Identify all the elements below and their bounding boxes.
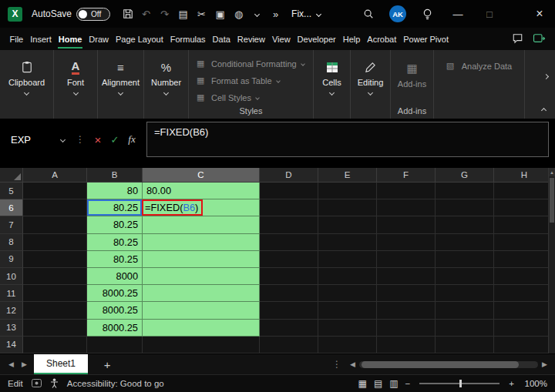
cell-styles-button[interactable]: ▦ Cell Styles xyxy=(189,89,313,106)
cell-C9[interactable] xyxy=(143,251,260,268)
cell-H6[interactable] xyxy=(494,199,555,216)
expand-pane-icon[interactable] xyxy=(543,74,549,79)
cell-B13[interactable]: 8000.25 xyxy=(87,320,143,337)
cell-G10[interactable] xyxy=(436,268,494,285)
cell-E11[interactable] xyxy=(318,285,377,302)
cell-E7[interactable] xyxy=(318,216,377,233)
scroll-right-icon[interactable]: ▶ xyxy=(542,360,547,368)
row-header-14[interactable]: 14 xyxy=(0,337,23,353)
row-header-6[interactable]: 6 xyxy=(0,199,23,216)
menu-formulas[interactable]: Formulas xyxy=(166,28,209,50)
cell-E10[interactable] xyxy=(318,268,377,285)
previous-sheet-icon[interactable]: ◀ xyxy=(5,360,18,368)
cell-F8[interactable] xyxy=(377,234,436,251)
format-as-table-button[interactable]: ▦ Format as Table xyxy=(189,72,313,89)
paste-icon[interactable]: ▣ xyxy=(212,6,228,22)
row-header-10[interactable]: 10 xyxy=(0,268,23,285)
row-header-9[interactable]: 9 xyxy=(0,251,23,268)
cell-G5[interactable] xyxy=(436,183,494,199)
cell-D6[interactable] xyxy=(260,199,318,216)
horizontal-scrollbar-thumb[interactable] xyxy=(362,361,519,368)
undo-icon[interactable]: ↶ xyxy=(138,6,154,22)
cell-B14[interactable] xyxy=(87,337,143,353)
page-layout-view-icon[interactable]: ▤ xyxy=(374,378,382,389)
cell-C14[interactable] xyxy=(143,337,260,353)
analyze-data-button[interactable]: ▧ Analyze Data xyxy=(446,61,512,71)
horizontal-scrollbar-track[interactable] xyxy=(359,361,538,368)
menu-draw[interactable]: Draw xyxy=(86,28,113,50)
editing-button[interactable]: Editing xyxy=(351,50,390,119)
minimize-button[interactable]: — xyxy=(449,8,467,20)
cell-E12[interactable] xyxy=(318,302,377,319)
cell-C5[interactable]: 80.00 xyxy=(143,183,260,199)
conditional-formatting-button[interactable]: ▦ Conditional Formatting xyxy=(189,55,313,72)
cell-D11[interactable] xyxy=(260,285,318,302)
cell-H8[interactable] xyxy=(494,234,555,251)
cell-F12[interactable] xyxy=(377,302,436,319)
cell-H9[interactable] xyxy=(494,251,555,268)
cell-F5[interactable] xyxy=(377,183,436,199)
cell-D7[interactable] xyxy=(260,216,318,233)
cell-G9[interactable] xyxy=(436,251,494,268)
cell-C13[interactable] xyxy=(143,320,260,337)
autosave-toggle[interactable]: Off xyxy=(76,8,110,21)
cell-C6-editing[interactable]: =FIXED( B6 ) xyxy=(143,199,260,216)
cell-H11[interactable] xyxy=(494,285,555,302)
maximize-button[interactable]: □ xyxy=(480,8,499,20)
insert-function-button[interactable]: fx xyxy=(123,131,140,148)
cell-A10[interactable] xyxy=(23,268,87,285)
cell-E8[interactable] xyxy=(318,234,377,251)
cell-A14[interactable] xyxy=(23,337,87,353)
autosave-control[interactable]: AutoSave Off xyxy=(32,8,110,21)
clipboard-button[interactable]: Clipboard xyxy=(0,50,53,119)
cell-C12[interactable] xyxy=(143,302,260,319)
cancel-button[interactable]: × xyxy=(89,131,106,148)
column-header-b[interactable]: B xyxy=(87,168,143,183)
row-header-5[interactable]: 5 xyxy=(0,183,23,199)
cells-button[interactable]: Cells xyxy=(314,50,350,119)
cut-icon[interactable]: ✂ xyxy=(193,6,210,22)
cell-G6[interactable] xyxy=(436,199,494,216)
cell-D9[interactable] xyxy=(260,251,318,268)
zoom-slider[interactable] xyxy=(419,383,500,384)
cell-C11[interactable] xyxy=(143,285,260,302)
cell-D13[interactable] xyxy=(260,320,318,337)
menu-review[interactable]: Review xyxy=(234,28,268,50)
comment-icon[interactable] xyxy=(512,33,523,45)
column-header-e[interactable]: E xyxy=(318,168,377,183)
menu-data[interactable]: Data xyxy=(209,28,234,50)
cell-C7[interactable] xyxy=(143,216,260,233)
menu-view[interactable]: View xyxy=(268,28,294,50)
column-header-d[interactable]: D xyxy=(260,168,318,183)
menu-home[interactable]: Home xyxy=(55,28,86,50)
cell-A13[interactable] xyxy=(23,320,87,337)
cell-C10[interactable] xyxy=(143,268,260,285)
cell-D14[interactable] xyxy=(260,337,318,353)
column-header-f[interactable]: F xyxy=(377,168,436,183)
file-name-dropdown[interactable]: Fix... xyxy=(291,8,321,19)
globe-icon[interactable]: ◍ xyxy=(230,6,247,22)
cell-H12[interactable] xyxy=(494,302,555,319)
row-header-7[interactable]: 7 xyxy=(0,216,23,233)
copy-icon[interactable]: ▤ xyxy=(175,6,191,22)
save-icon[interactable] xyxy=(119,6,136,22)
scroll-left-icon[interactable]: ◀ xyxy=(350,360,355,368)
menu-power-pivot[interactable]: Power Pivot xyxy=(400,28,452,50)
row-header-8[interactable]: 8 xyxy=(0,234,23,251)
page-break-view-icon[interactable]: ▥ xyxy=(389,378,398,389)
add-sheet-button[interactable]: + xyxy=(100,358,114,371)
name-box-splitter-icon[interactable]: ⋮ xyxy=(71,134,89,145)
chevron-down-icon[interactable] xyxy=(249,6,265,22)
select-all-corner[interactable] xyxy=(0,168,23,183)
scroll-up-icon[interactable]: ▲ xyxy=(549,168,555,176)
cell-G13[interactable] xyxy=(436,320,494,337)
vertical-scrollbar-thumb[interactable] xyxy=(550,178,554,223)
cell-G7[interactable] xyxy=(436,216,494,233)
menu-insert[interactable]: Insert xyxy=(27,28,56,50)
next-sheet-icon[interactable]: ▶ xyxy=(18,360,31,368)
cell-B7[interactable]: 80.25 xyxy=(87,216,143,233)
column-header-c[interactable]: C xyxy=(143,168,260,183)
accessibility-status[interactable]: Accessibility: Good to go xyxy=(67,379,164,388)
alignment-button[interactable]: ≡ Alignment xyxy=(98,50,143,119)
cell-A5[interactable] xyxy=(23,183,87,199)
